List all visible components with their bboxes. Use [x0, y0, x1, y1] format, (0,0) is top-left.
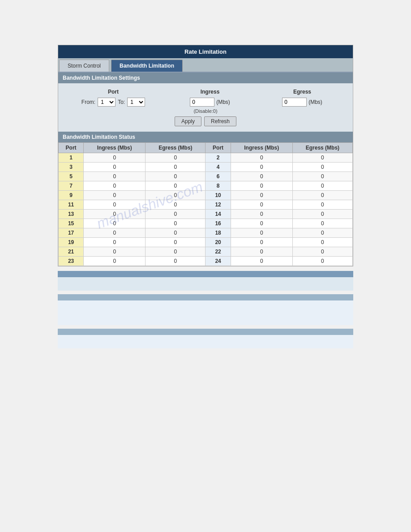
bar-section-2	[58, 294, 353, 325]
egress-input-group: (Mbs)	[262, 98, 342, 107]
table-row: 21 0 0 22 0 0	[59, 247, 353, 257]
column-headers-row: Port Ingress Egress	[63, 89, 348, 95]
cell-egress2: 0	[292, 210, 352, 219]
cell-egress1: 0	[146, 181, 206, 191]
cell-egress2: 0	[292, 181, 352, 191]
th-ingress2: Ingress (Mbs)	[231, 143, 292, 153]
cell-port2: 24	[206, 257, 231, 266]
egress-input[interactable]	[282, 98, 307, 107]
th-port1: Port	[59, 143, 84, 153]
th-egress1: Egress (Mbs)	[146, 143, 206, 153]
th-port2: Port	[206, 143, 231, 153]
refresh-button[interactable]: Refresh	[204, 116, 236, 126]
cell-ingress2: 0	[231, 228, 292, 238]
cell-port1: 21	[59, 247, 84, 257]
col-header-port: Port	[68, 89, 158, 95]
table-row: 9 0 0 10 0 0	[59, 191, 353, 200]
cell-ingress1: 0	[84, 238, 146, 247]
cell-egress1: 0	[146, 257, 206, 266]
tab-bandwidth-limitation[interactable]: Bandwidth Limitation	[111, 60, 183, 72]
cell-port2: 6	[206, 172, 231, 181]
from-label: From:	[81, 99, 95, 105]
cell-ingress2: 0	[231, 163, 292, 172]
cell-ingress1: 0	[84, 163, 146, 172]
port-from-select[interactable]: 1234 5678 9101112 13141516 17181920 2122…	[98, 98, 116, 107]
bottom-bars	[58, 271, 353, 348]
status-table: Port Ingress (Mbs) Egress (Mbs) Port Ing…	[58, 142, 353, 266]
tab-bar: Storm Control Bandwidth Limitation	[58, 58, 353, 73]
cell-ingress2: 0	[231, 200, 292, 210]
cell-egress1: 0	[146, 153, 206, 163]
settings-section-header: Bandwidth Limitation Settings	[58, 73, 353, 83]
to-label: To:	[118, 99, 125, 105]
cell-port2: 14	[206, 210, 231, 219]
cell-port2: 8	[206, 181, 231, 191]
cell-port1: 23	[59, 257, 84, 266]
table-row: 13 0 0 14 0 0	[59, 210, 353, 219]
cell-ingress2: 0	[231, 172, 292, 181]
tab-storm-control[interactable]: Storm Control	[59, 60, 109, 72]
cell-egress1: 0	[146, 200, 206, 210]
cell-port2: 16	[206, 219, 231, 228]
cell-ingress1: 0	[84, 200, 146, 210]
settings-area: Port Ingress Egress From: 1234 5678 9101…	[58, 83, 353, 132]
input-controls-row: From: 1234 5678 9101112 13141516 1718192…	[63, 98, 348, 107]
cell-port1: 7	[59, 181, 84, 191]
cell-egress2: 0	[292, 163, 352, 172]
cell-ingress2: 0	[231, 153, 292, 163]
cell-egress1: 0	[146, 228, 206, 238]
cell-port1: 3	[59, 163, 84, 172]
ingress-input[interactable]	[190, 98, 214, 107]
cell-egress2: 0	[292, 238, 352, 247]
cell-ingress2: 0	[231, 257, 292, 266]
button-row: Apply Refresh	[63, 116, 348, 126]
egress-mbs-label: (Mbs)	[308, 99, 322, 105]
cell-ingress1: 0	[84, 210, 146, 219]
cell-egress1: 0	[146, 238, 206, 247]
panel-title: Rate Limitation	[58, 45, 353, 58]
cell-egress2: 0	[292, 247, 352, 257]
cell-egress2: 0	[292, 200, 352, 210]
cell-egress1: 0	[146, 210, 206, 219]
cell-port1: 13	[59, 210, 84, 219]
cell-egress2: 0	[292, 153, 352, 163]
status-table-area: Port Ingress (Mbs) Egress (Mbs) Port Ing…	[58, 142, 353, 266]
table-row: 23 0 0 24 0 0	[59, 257, 353, 266]
apply-button[interactable]: Apply	[175, 116, 201, 126]
ingress-input-group: (Mbs)	[170, 98, 250, 107]
port-to-select[interactable]: 1234 5678 9101112 13141516 17181920 2122…	[127, 98, 145, 107]
cell-egress2: 0	[292, 257, 352, 266]
disable-note: (Disable:0)	[63, 108, 348, 114]
table-row: 1 0 0 2 0 0	[59, 153, 353, 163]
cell-port1: 15	[59, 219, 84, 228]
cell-ingress1: 0	[84, 172, 146, 181]
table-row: 11 0 0 12 0 0	[59, 200, 353, 210]
cell-port2: 2	[206, 153, 231, 163]
bar-section-3	[58, 329, 353, 348]
cell-port1: 1	[59, 153, 84, 163]
cell-egress2: 0	[292, 228, 352, 238]
cell-ingress1: 0	[84, 257, 146, 266]
cell-port2: 4	[206, 163, 231, 172]
cell-port1: 11	[59, 200, 84, 210]
table-row: 15 0 0 16 0 0	[59, 219, 353, 228]
cell-egress1: 0	[146, 172, 206, 181]
cell-ingress1: 0	[84, 228, 146, 238]
cell-port1: 19	[59, 238, 84, 247]
cell-ingress1: 0	[84, 219, 146, 228]
main-panel: Rate Limitation Storm Control Bandwidth …	[58, 45, 353, 266]
th-egress2: Egress (Mbs)	[292, 143, 352, 153]
cell-port1: 9	[59, 191, 84, 200]
cell-egress1: 0	[146, 163, 206, 172]
cell-ingress2: 0	[231, 238, 292, 247]
cell-ingress2: 0	[231, 219, 292, 228]
cell-port2: 22	[206, 247, 231, 257]
cell-egress2: 0	[292, 172, 352, 181]
col-header-egress: Egress	[262, 89, 342, 95]
cell-port2: 12	[206, 200, 231, 210]
cell-port2: 18	[206, 228, 231, 238]
cell-ingress2: 0	[231, 247, 292, 257]
table-row: 7 0 0 8 0 0	[59, 181, 353, 191]
cell-port2: 10	[206, 191, 231, 200]
status-section-header: Bandwidth Limitation Status	[58, 132, 353, 142]
